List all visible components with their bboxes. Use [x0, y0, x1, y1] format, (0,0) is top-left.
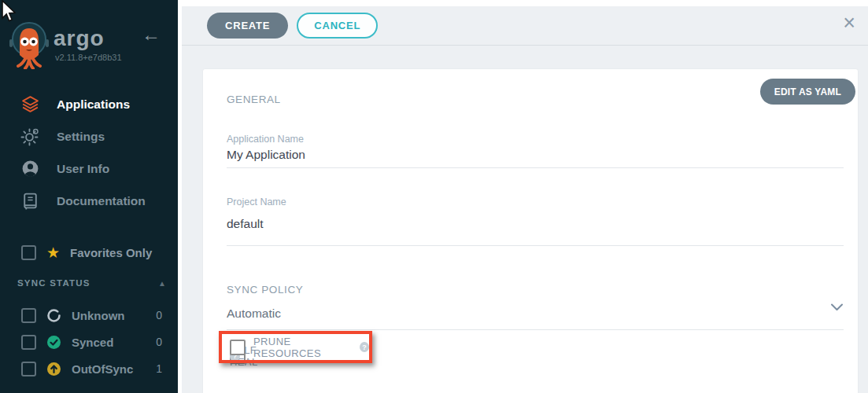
- sync-status-section-header: SYNC STATUS ▲: [17, 278, 167, 288]
- sync-policy-section-title: SYNC POLICY: [227, 284, 303, 296]
- input-underline: [227, 167, 844, 168]
- filter-count: 0: [156, 336, 162, 348]
- filter-row-synced: Synced 0: [21, 329, 162, 355]
- filter-count: 1: [156, 362, 162, 375]
- application-name-label: Application Name: [227, 134, 304, 145]
- applications-layers-icon: [20, 94, 40, 114]
- sidebar-item-label: Applications: [57, 97, 130, 112]
- prune-resources-highlight-box: PRUNE RESOURCES ?: [219, 331, 372, 363]
- gear-icon: [20, 127, 40, 146]
- sidebar-item-documentation[interactable]: Documentation: [0, 185, 178, 217]
- sidebar-nav: Applications Settings: [0, 88, 178, 217]
- collapse-sidebar-arrow-icon[interactable]: ←: [142, 24, 161, 46]
- documentation-book-icon: [20, 191, 40, 211]
- mouse-cursor: [0, 0, 16, 24]
- sync-policy-select[interactable]: Automatic: [227, 307, 281, 321]
- favorites-only-filter: ★ Favorites Only: [21, 245, 152, 260]
- sidebar-item-label: User Info: [57, 162, 109, 176]
- collapse-section-icon[interactable]: ▲: [158, 279, 167, 288]
- prune-resources-label: PRUNE RESOURCES: [253, 336, 352, 359]
- unknown-status-icon: [46, 308, 61, 323]
- create-button[interactable]: CREATE: [207, 13, 288, 39]
- filter-row-unknown: Unknown 0: [21, 302, 162, 329]
- application-name-input[interactable]: My Application: [227, 148, 305, 162]
- filter-label: Synced: [72, 336, 146, 349]
- argo-logo: [9, 20, 50, 69]
- input-underline: [227, 245, 844, 246]
- create-application-form-panel: GENERAL EDIT AS YAML Application Name My…: [203, 69, 858, 393]
- select-underline: [227, 329, 844, 330]
- sidebar-item-applications[interactable]: Applications: [0, 88, 178, 120]
- synced-checkbox[interactable]: [21, 335, 36, 350]
- brand-wordmark: argo: [54, 26, 105, 51]
- argo-create-application-screen: argo v2.11.8+e7d8b31 ← Applications: [0, 0, 868, 393]
- outofsync-status-icon: [46, 362, 61, 376]
- sidebar-item-user-info[interactable]: User Info: [0, 152, 178, 185]
- cancel-button[interactable]: CANCEL: [297, 13, 378, 39]
- filter-row-outofsync: OutOfSync 1: [21, 355, 162, 382]
- top-toolbar: CREATE CANCEL: [182, 6, 868, 46]
- chevron-down-icon[interactable]: [830, 303, 844, 312]
- filter-count: 0: [156, 309, 162, 321]
- sync-status-title: SYNC STATUS: [17, 278, 90, 288]
- version-label: v2.11.8+e7d8b31: [55, 53, 122, 62]
- filter-label: OutOfSync: [72, 362, 146, 376]
- sidebar-item-settings[interactable]: Settings: [0, 120, 178, 152]
- user-icon: [20, 159, 40, 178]
- prune-resources-checkbox[interactable]: [230, 340, 246, 355]
- sidebar: argo v2.11.8+e7d8b31 ← Applications: [0, 0, 178, 393]
- sync-status-filters: Unknown 0 Synced 0 OutOfSync 1: [21, 302, 162, 382]
- unknown-checkbox[interactable]: [21, 308, 36, 323]
- edit-as-yaml-button[interactable]: EDIT AS YAML: [760, 79, 855, 105]
- favorites-only-checkbox[interactable]: [21, 245, 36, 260]
- general-section-title: GENERAL: [227, 94, 281, 105]
- sidebar-item-label: Settings: [57, 130, 105, 144]
- main-content: CREATE CANCEL × GENERAL EDIT AS YAML App…: [182, 6, 868, 393]
- star-icon: ★: [46, 245, 60, 260]
- close-icon[interactable]: ×: [843, 13, 855, 34]
- synced-status-icon: [46, 335, 61, 350]
- outofsync-checkbox[interactable]: [21, 362, 36, 376]
- project-name-label: Project Name: [227, 196, 286, 208]
- filter-label: Unknown: [72, 309, 146, 322]
- help-icon[interactable]: ?: [360, 342, 369, 352]
- sidebar-item-label: Documentation: [57, 194, 146, 208]
- project-name-input[interactable]: default: [227, 217, 264, 231]
- favorites-only-label: Favorites Only: [70, 246, 152, 259]
